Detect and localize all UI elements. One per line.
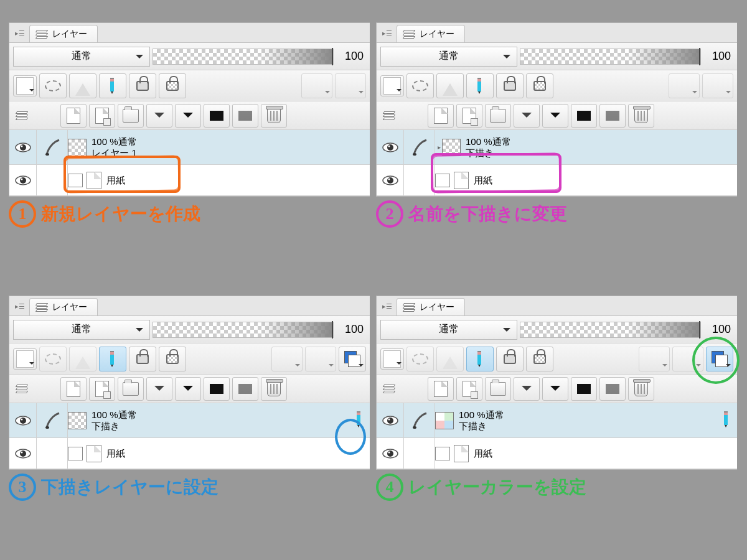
- apply-mask-button[interactable]: [232, 104, 258, 128]
- new-vector-layer-button[interactable]: [89, 377, 115, 401]
- paper-layer-row[interactable]: 用紙: [377, 165, 737, 196]
- mask-enable-button[interactable]: [669, 73, 700, 98]
- panel-collapse-icon[interactable]: ▸☰: [380, 26, 394, 40]
- ruler-enable-button[interactable]: [335, 73, 366, 98]
- draft-layer-button[interactable]: [99, 347, 126, 371]
- lock-layer-button[interactable]: [496, 73, 524, 98]
- multi-layers-icon[interactable]: [380, 107, 398, 124]
- mask-enable-button[interactable]: [271, 347, 303, 371]
- palette-color-button[interactable]: [13, 75, 37, 96]
- blend-mode-dropdown[interactable]: 通常: [380, 47, 517, 67]
- layer-name[interactable]: 用紙: [474, 448, 492, 459]
- new-vector-layer-button[interactable]: [89, 104, 115, 128]
- layer-row-selected[interactable]: 100 %通常 下描き: [9, 403, 370, 438]
- layer-name[interactable]: レイヤー 1: [92, 147, 137, 158]
- eye-icon[interactable]: [14, 447, 32, 460]
- layer-name[interactable]: 用紙: [106, 175, 125, 185]
- lock-layer-button[interactable]: [129, 73, 156, 98]
- layer-row-selected[interactable]: 100 %通常 レイヤー 1: [9, 130, 370, 165]
- ruler-enable-button[interactable]: [672, 347, 703, 371]
- palette-color-button[interactable]: [380, 348, 404, 370]
- reference-layer-button[interactable]: [436, 347, 464, 371]
- layer-mask-button[interactable]: [204, 377, 230, 401]
- layer-color-button[interactable]: [339, 347, 366, 371]
- layer-row-selected[interactable]: ▸ 100 %通常 下描き: [377, 130, 737, 165]
- new-layer-button[interactable]: [60, 377, 87, 401]
- apply-mask-button[interactable]: [232, 377, 258, 401]
- transfer-down-button[interactable]: [514, 377, 540, 401]
- reference-layer-button[interactable]: [69, 347, 96, 371]
- reference-layer-button[interactable]: [436, 73, 464, 98]
- palette-color-button[interactable]: [380, 75, 404, 96]
- panel-collapse-icon[interactable]: ▸☰: [13, 299, 27, 313]
- layer-name[interactable]: 下描き: [459, 421, 504, 431]
- ruler-enable-button[interactable]: [305, 347, 336, 371]
- lock-transparent-button[interactable]: [159, 347, 186, 371]
- panel-collapse-icon[interactable]: ▸☰: [380, 299, 394, 313]
- merge-down-button[interactable]: [542, 377, 568, 401]
- lock-layer-button[interactable]: [496, 347, 524, 371]
- transfer-down-button[interactable]: [146, 104, 172, 128]
- opacity-value[interactable]: 100: [703, 50, 733, 63]
- delete-layer-button[interactable]: [628, 104, 654, 128]
- clip-mask-button[interactable]: [39, 347, 67, 371]
- clip-mask-button[interactable]: [39, 73, 67, 98]
- layers-tab[interactable]: レイヤー: [29, 25, 98, 42]
- layer-row-selected[interactable]: 100 %通常 下描き: [377, 403, 737, 438]
- layers-tab[interactable]: レイヤー: [29, 298, 98, 315]
- opacity-value[interactable]: 100: [336, 50, 366, 63]
- lock-transparent-button[interactable]: [526, 73, 553, 98]
- layers-tab[interactable]: レイヤー: [397, 298, 465, 315]
- lock-transparent-button[interactable]: [526, 347, 553, 371]
- paper-layer-row[interactable]: 用紙: [9, 438, 370, 469]
- panel-collapse-icon[interactable]: ▸☰: [13, 26, 27, 40]
- eye-icon[interactable]: [382, 174, 399, 187]
- draft-layer-button[interactable]: [466, 347, 494, 371]
- apply-mask-button[interactable]: [599, 377, 626, 401]
- layer-mask-button[interactable]: [571, 104, 597, 128]
- delete-layer-button[interactable]: [628, 377, 654, 401]
- merge-down-button[interactable]: [175, 104, 201, 128]
- layer-name[interactable]: 下描き: [466, 147, 511, 158]
- new-layer-button[interactable]: [428, 377, 454, 401]
- clip-mask-button[interactable]: [406, 73, 434, 98]
- new-vector-layer-button[interactable]: [456, 377, 482, 401]
- layer-mask-button[interactable]: [571, 377, 597, 401]
- transfer-down-button[interactable]: [514, 104, 540, 128]
- multi-layers-icon[interactable]: [13, 380, 31, 398]
- new-folder-button[interactable]: [485, 377, 511, 401]
- eye-icon[interactable]: [14, 174, 32, 187]
- mask-enable-button[interactable]: [639, 347, 670, 371]
- eye-icon[interactable]: [14, 414, 32, 427]
- lock-layer-button[interactable]: [129, 347, 156, 371]
- transfer-down-button[interactable]: [146, 377, 172, 401]
- new-folder-button[interactable]: [485, 104, 511, 128]
- apply-mask-button[interactable]: [599, 104, 626, 128]
- new-vector-layer-button[interactable]: [456, 104, 482, 128]
- eye-icon[interactable]: [382, 447, 399, 460]
- opacity-slider[interactable]: [520, 322, 701, 338]
- opacity-slider[interactable]: [520, 49, 701, 65]
- new-folder-button[interactable]: [118, 104, 144, 128]
- new-layer-button[interactable]: [60, 104, 87, 128]
- blend-mode-dropdown[interactable]: 通常: [380, 320, 517, 340]
- draft-layer-button[interactable]: [466, 73, 494, 98]
- layers-tab[interactable]: レイヤー: [397, 25, 465, 42]
- paper-layer-row[interactable]: 用紙: [377, 438, 737, 469]
- clip-mask-button[interactable]: [406, 347, 434, 371]
- layer-name[interactable]: 用紙: [106, 448, 125, 459]
- reference-layer-button[interactable]: [69, 73, 96, 98]
- draft-layer-button[interactable]: [99, 73, 126, 98]
- multi-layers-icon[interactable]: [380, 380, 398, 398]
- merge-down-button[interactable]: [175, 377, 201, 401]
- layer-color-button[interactable]: [706, 347, 733, 371]
- ruler-enable-button[interactable]: [702, 73, 733, 98]
- eye-icon[interactable]: [382, 141, 399, 154]
- layer-name[interactable]: 下描き: [92, 421, 137, 431]
- new-folder-button[interactable]: [118, 377, 144, 401]
- blend-mode-dropdown[interactable]: 通常: [13, 47, 150, 67]
- eye-icon[interactable]: [382, 414, 399, 427]
- palette-color-button[interactable]: [13, 348, 37, 370]
- layer-name[interactable]: 用紙: [474, 175, 492, 185]
- opacity-slider[interactable]: [153, 322, 334, 338]
